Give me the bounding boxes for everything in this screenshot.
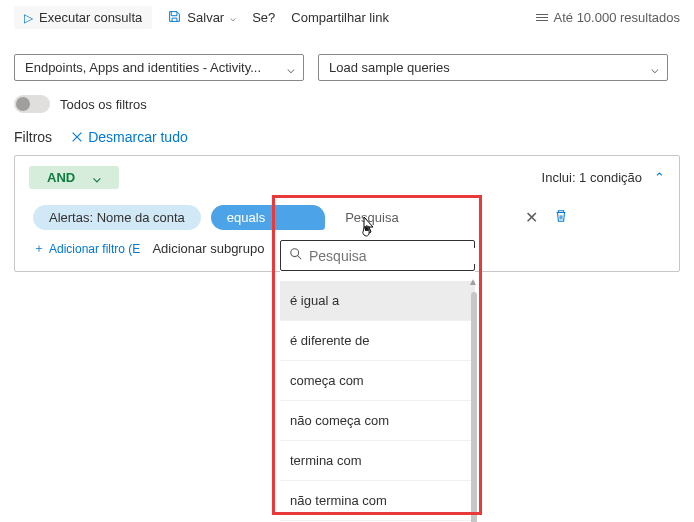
- value-input[interactable]: Pesquisa: [335, 205, 515, 230]
- all-filters-toggle[interactable]: [14, 95, 50, 113]
- operator-option[interactable]: não começa com: [280, 401, 475, 441]
- plus-icon: ＋: [33, 240, 45, 257]
- chevron-down-icon: ⌵: [651, 60, 659, 75]
- field-selector[interactable]: Alertas: Nome da conta: [33, 205, 201, 230]
- add-subgroup-button[interactable]: Adicionar subgrupo: [152, 241, 264, 256]
- scrollbar[interactable]: [471, 292, 477, 522]
- play-icon: ▷: [24, 11, 33, 25]
- scope-dropdown-row: Endpoints, Apps and identities - Activit…: [0, 36, 694, 89]
- operator-option[interactable]: não termina com: [280, 481, 475, 521]
- clear-value-button[interactable]: ✕: [525, 208, 538, 227]
- operator-search-input[interactable]: [309, 248, 484, 264]
- top-toolbar: ▷ Executar consulta Salvar ⌵ Se? Compart…: [0, 0, 694, 36]
- save-icon: [168, 10, 181, 26]
- operator-dropdown-panel: é igual a é diferente de começa com não …: [280, 240, 475, 521]
- delete-filter-button[interactable]: [554, 209, 568, 226]
- collapse-icon[interactable]: ⌃: [654, 170, 665, 185]
- chevron-down-icon: ⌵: [230, 12, 236, 23]
- operator-option[interactable]: é diferente de: [280, 321, 475, 361]
- filter-expression-row: Alertas: Nome da conta equals Pesquisa ✕: [15, 199, 679, 236]
- operator-selector[interactable]: equals: [211, 205, 325, 230]
- operator-option[interactable]: é igual a: [280, 281, 475, 321]
- close-icon: [70, 130, 84, 144]
- list-icon: [536, 14, 548, 21]
- save-label: Salvar: [187, 10, 224, 25]
- filters-toggle-row: Todos os filtros: [0, 89, 694, 123]
- filters-header: Filtros Desmarcar tudo: [0, 123, 694, 155]
- filters-label: Filtros: [14, 129, 52, 145]
- operator-option[interactable]: começa com: [280, 361, 475, 401]
- se-link[interactable]: Se?: [252, 10, 275, 25]
- scope-dropdown[interactable]: Endpoints, Apps and identities - Activit…: [14, 54, 304, 81]
- svg-point-0: [291, 249, 299, 257]
- save-button[interactable]: Salvar ⌵: [168, 10, 236, 26]
- operator-search[interactable]: [280, 240, 475, 271]
- run-query-button[interactable]: ▷ Executar consulta: [14, 6, 152, 29]
- all-filters-label: Todos os filtros: [60, 97, 147, 112]
- add-filter-button[interactable]: ＋ Adicionar filtro (E: [33, 240, 140, 257]
- chevron-down-icon: ⌵: [93, 170, 101, 185]
- sample-queries-dropdown[interactable]: Load sample queries ⌵: [318, 54, 668, 81]
- chevron-down-icon: ⌵: [287, 60, 295, 75]
- share-link-button[interactable]: Compartilhar link: [291, 10, 389, 25]
- inclusion-count: Inclui: 1 condição: [542, 170, 642, 185]
- operator-options-list: é igual a é diferente de começa com não …: [280, 281, 475, 521]
- search-icon: [289, 247, 303, 264]
- deselect-all-button[interactable]: Desmarcar tudo: [70, 129, 188, 145]
- svg-line-1: [298, 256, 302, 260]
- run-query-label: Executar consulta: [39, 10, 142, 25]
- condition-header: AND ⌵ Inclui: 1 condição ⌃: [15, 156, 679, 199]
- logic-operator-dropdown[interactable]: AND ⌵: [29, 166, 119, 189]
- operator-option[interactable]: termina com: [280, 441, 475, 481]
- results-limit: Até 10.000 resultados: [536, 10, 680, 25]
